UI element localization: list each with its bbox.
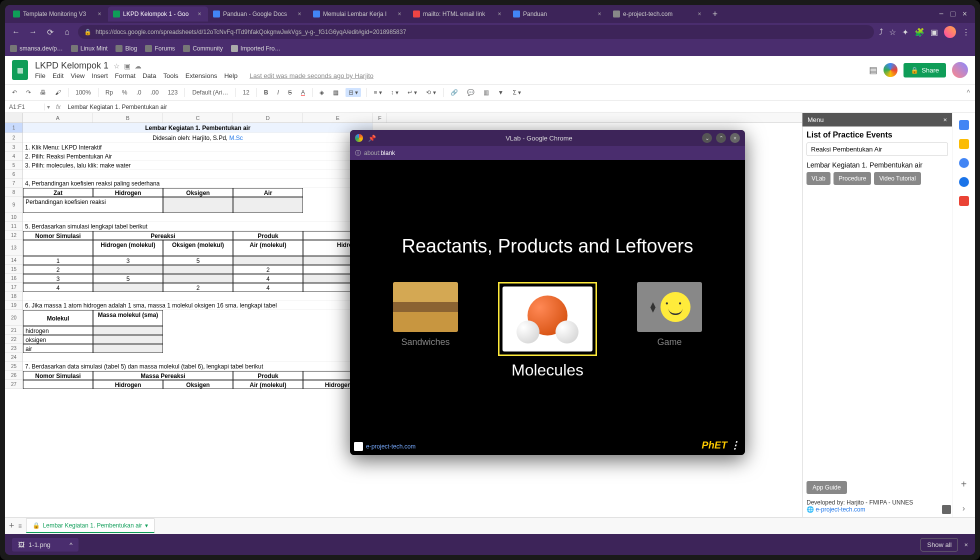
- close-icon[interactable]: ×: [496, 10, 503, 18]
- vlab-address-bar[interactable]: ⓘ about:blank: [350, 146, 745, 160]
- chart-button[interactable]: ▥: [482, 88, 491, 97]
- home-button[interactable]: ⌂: [61, 26, 73, 38]
- star-icon[interactable]: ☆: [114, 62, 120, 70]
- close-icon[interactable]: ×: [596, 10, 603, 18]
- vlab-button[interactable]: VLab: [806, 172, 830, 185]
- last-edit-link[interactable]: Last edit was made seconds ago by Harjit…: [250, 72, 374, 80]
- tab-panduan2[interactable]: Panduan×: [508, 6, 608, 22]
- print-button[interactable]: 🖶: [38, 88, 48, 97]
- sheet-menu-icon[interactable]: ▾: [145, 522, 148, 529]
- halign-button[interactable]: ≡ ▾: [372, 88, 384, 97]
- tab-eproject[interactable]: e-project-tech.com×: [608, 6, 708, 22]
- menu-icon[interactable]: ⋮: [962, 28, 970, 37]
- font-size-input[interactable]: 12: [240, 88, 251, 97]
- menu-help[interactable]: Help: [224, 72, 238, 80]
- extension-icon[interactable]: ✦: [902, 28, 908, 37]
- download-item[interactable]: 🖼 1-1.png ^: [12, 538, 78, 552]
- menu-data[interactable]: Data: [142, 72, 156, 80]
- back-button[interactable]: ←: [10, 26, 22, 38]
- close-icon[interactable]: ×: [196, 10, 203, 18]
- show-all-button[interactable]: Show all: [920, 538, 958, 552]
- close-icon[interactable]: ×: [96, 10, 103, 18]
- close-panel-icon[interactable]: ×: [943, 116, 947, 124]
- side-panel-icon[interactable]: ▣: [930, 28, 938, 37]
- all-sheets-button[interactable]: ≡: [18, 522, 22, 530]
- explore-button[interactable]: [942, 505, 951, 514]
- col-header[interactable]: F: [373, 113, 387, 122]
- comment-button[interactable]: 💬: [465, 88, 476, 97]
- maximize-icon[interactable]: ⌃: [716, 133, 726, 143]
- procedure-button[interactable]: Procedure: [834, 172, 871, 185]
- bookmark-item[interactable]: Blog: [116, 45, 137, 52]
- menu-file[interactable]: File: [35, 72, 46, 80]
- calendar-icon[interactable]: [959, 120, 969, 130]
- dec-dec-button[interactable]: .0: [134, 88, 144, 97]
- bold-button[interactable]: B: [262, 88, 270, 97]
- dropdown-icon[interactable]: ▾: [45, 104, 52, 110]
- bookmark-item[interactable]: Imported Fro…: [231, 45, 281, 52]
- sheet-tab[interactable]: 🔒 Lembar Kegiatan 1. Pembentukan air ▾: [26, 518, 155, 533]
- close-icon[interactable]: ×: [696, 10, 703, 18]
- pin-icon[interactable]: 📌: [368, 134, 376, 142]
- phet-logo[interactable]: PhET ⋮: [702, 439, 740, 451]
- tab-mailto[interactable]: mailto: HTML email link×: [408, 6, 508, 22]
- menu-view[interactable]: View: [70, 72, 84, 80]
- bookmark-item[interactable]: Community: [183, 45, 223, 52]
- keep-icon[interactable]: [959, 139, 969, 149]
- new-tab-button[interactable]: +: [708, 7, 722, 21]
- menu-insert[interactable]: Insert: [92, 72, 108, 80]
- borders-button[interactable]: ▦: [331, 88, 340, 97]
- meet-icon[interactable]: [884, 63, 898, 77]
- fill-color-button[interactable]: ◈: [318, 88, 326, 97]
- redo-button[interactable]: ↷: [24, 88, 33, 97]
- chevron-up-icon[interactable]: ^: [70, 541, 72, 548]
- game-option[interactable]: ▲▼ Game: [637, 282, 702, 348]
- maximize-icon[interactable]: □: [950, 10, 956, 18]
- tasks-icon[interactable]: [959, 158, 969, 168]
- wrap-button[interactable]: ↵ ▾: [406, 88, 419, 97]
- percent-button[interactable]: %: [120, 88, 130, 97]
- sandwiches-option[interactable]: Sandwiches: [393, 282, 458, 348]
- menu-tools[interactable]: Tools: [163, 72, 178, 80]
- close-window-icon[interactable]: ×: [962, 10, 967, 18]
- zoom-select[interactable]: 100%: [74, 88, 93, 97]
- extensions-icon[interactable]: 🧩: [914, 28, 924, 37]
- font-select[interactable]: Default (Ari…: [190, 88, 230, 97]
- add-sheet-button[interactable]: +: [9, 520, 14, 531]
- col-header[interactable]: C: [163, 113, 233, 122]
- rotate-button[interactable]: ⟲ ▾: [424, 88, 438, 97]
- close-download-bar-icon[interactable]: ×: [964, 541, 968, 548]
- format-123-button[interactable]: 123: [166, 88, 180, 97]
- undo-button[interactable]: ↶: [10, 88, 19, 97]
- practice-event-item[interactable]: Reaksi Pembentukan Air: [806, 142, 948, 156]
- formula-input[interactable]: Lembar Kegiatan 1. Pembentukan air: [64, 104, 975, 110]
- merge-button[interactable]: ⊟ ▾: [346, 88, 361, 97]
- bookmark-item[interactable]: Linux Mint: [71, 45, 108, 52]
- col-header[interactable]: D: [233, 113, 303, 122]
- rail-collapse-icon[interactable]: ›: [962, 504, 965, 513]
- close-icon[interactable]: ×: [296, 10, 303, 18]
- menu-extensions[interactable]: Extensions: [186, 72, 218, 80]
- close-icon[interactable]: ×: [396, 10, 403, 18]
- user-avatar[interactable]: [952, 62, 968, 78]
- tab-template-monitoring[interactable]: Template Monitoring V3×: [8, 6, 108, 22]
- share-button[interactable]: 🔒Share: [904, 63, 946, 78]
- bookmark-item[interactable]: Forums: [145, 45, 175, 52]
- maps-icon[interactable]: [959, 196, 969, 206]
- reload-button[interactable]: ⟳: [44, 26, 56, 38]
- move-icon[interactable]: ▣: [124, 62, 130, 70]
- minimize-icon[interactable]: ⌄: [702, 133, 712, 143]
- collapse-toolbar-button[interactable]: ^: [966, 88, 970, 96]
- minimize-icon[interactable]: −: [939, 10, 944, 18]
- forward-button[interactable]: →: [27, 26, 39, 38]
- tab-lkpd[interactable]: LKPD Kelompok 1 - Goo×: [108, 6, 208, 22]
- select-all-corner[interactable]: [5, 113, 23, 122]
- tab-panduan-docs[interactable]: Panduan - Google Docs×: [208, 6, 308, 22]
- text-color-button[interactable]: A: [299, 88, 307, 97]
- currency-button[interactable]: Rp: [104, 88, 115, 97]
- strike-button[interactable]: S: [286, 88, 294, 97]
- filter-button[interactable]: ▼: [496, 88, 506, 97]
- profile-avatar[interactable]: [944, 26, 956, 38]
- paint-format-button[interactable]: 🖌: [53, 88, 63, 97]
- col-header[interactable]: B: [93, 113, 163, 122]
